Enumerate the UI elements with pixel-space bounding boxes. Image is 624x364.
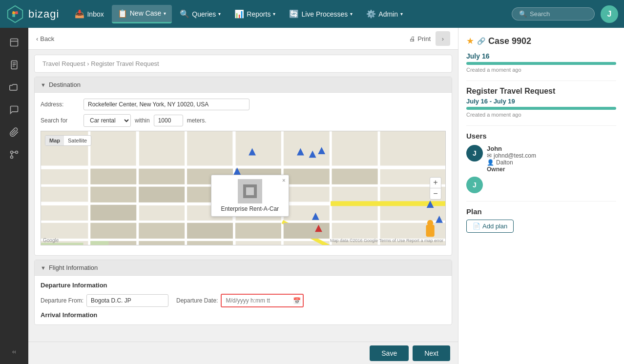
svg-rect-51 bbox=[41, 243, 83, 245]
svg-marker-1 bbox=[10, 7, 21, 20]
sidebar-item-folder[interactable] bbox=[4, 78, 24, 97]
nav-live-processes[interactable]: 🔄 Live Processes ▾ bbox=[283, 5, 358, 22]
user-role-row: 👤 Dalton bbox=[487, 159, 616, 166]
search-input[interactable] bbox=[530, 10, 588, 18]
case-date: July 16 bbox=[466, 52, 616, 60]
nav-inbox[interactable]: 📥 Inbox bbox=[69, 5, 109, 22]
admin-caret-icon: ▾ bbox=[400, 11, 403, 17]
sidebar-item-branch[interactable] bbox=[4, 145, 24, 164]
svg-rect-42 bbox=[332, 169, 378, 184]
back-chevron-icon: ‹ bbox=[36, 35, 38, 42]
sidebar-item-docs[interactable] bbox=[4, 55, 24, 75]
case-progress-bar bbox=[466, 62, 616, 65]
sidebar-item-attach[interactable] bbox=[4, 122, 24, 142]
address-label: Address: bbox=[41, 101, 80, 108]
link-icon[interactable]: 🔗 bbox=[477, 37, 485, 45]
svg-rect-3 bbox=[15, 11, 19, 14]
svg-rect-34 bbox=[90, 205, 136, 221]
user-avatar-john: J bbox=[466, 145, 483, 162]
flight-section-header: ▼ Flight Information bbox=[35, 260, 452, 276]
user-email: johnd@test.com bbox=[494, 152, 536, 159]
reports-nav-icon: 📊 bbox=[234, 9, 244, 19]
user-avatar[interactable]: J bbox=[601, 5, 618, 23]
print-button[interactable]: 🖨 Print bbox=[409, 35, 431, 42]
user-email-row: ✉ johnd@test.com bbox=[487, 152, 616, 159]
nav-admin[interactable]: ⚙️ Admin ▾ bbox=[360, 5, 409, 22]
case-timeline-section: July 16 Created a moment ago bbox=[466, 52, 616, 73]
nav-queries[interactable]: 🔍 Queries ▾ bbox=[174, 5, 227, 22]
nav-new-case[interactable]: 📋 New Case ▾ bbox=[112, 5, 172, 23]
email-icon: ✉ bbox=[487, 152, 492, 159]
departure-from-label: Departure From: bbox=[41, 297, 83, 304]
svg-point-67 bbox=[427, 220, 433, 226]
plan-section: Plan 📄 Add plan bbox=[466, 207, 616, 233]
svg-rect-36 bbox=[139, 187, 185, 202]
case-header: ★ 🔗 Case 9902 bbox=[466, 36, 616, 46]
star-icon[interactable]: ★ bbox=[466, 36, 474, 46]
left-sidebar: ‹‹ bbox=[0, 28, 28, 364]
svg-point-13 bbox=[11, 151, 13, 154]
sidebar-item-chat[interactable] bbox=[4, 100, 24, 120]
search-bar[interactable]: 🔍 bbox=[512, 7, 595, 20]
search-for-select[interactable]: Car rental Hotel Restaurant bbox=[83, 114, 131, 127]
task-dates: July 16 - July 19 bbox=[466, 98, 616, 105]
add-plan-button[interactable]: 📄 Add plan bbox=[466, 220, 514, 233]
logo[interactable]: bizagi bbox=[6, 5, 59, 23]
task-progress-bar bbox=[466, 107, 616, 110]
map-tab-map[interactable]: Map bbox=[45, 136, 64, 145]
task-created-label: Created a moment ago bbox=[466, 112, 616, 118]
save-button[interactable]: Save bbox=[370, 345, 409, 361]
svg-rect-47 bbox=[284, 223, 330, 239]
users-title: Users bbox=[466, 132, 616, 140]
map-popup-icon bbox=[238, 179, 262, 203]
queries-caret-icon: ▾ bbox=[218, 11, 221, 17]
svg-rect-66 bbox=[426, 225, 434, 237]
right-sidebar: ★ 🔗 Case 9902 July 16 Created a moment a… bbox=[458, 28, 624, 364]
calendar-icon: 📅 bbox=[293, 297, 301, 304]
search-for-label: Search for bbox=[41, 117, 80, 124]
destination-section-header: ▼ Destination bbox=[35, 77, 452, 93]
departure-from-input[interactable] bbox=[86, 294, 168, 307]
nav-reports[interactable]: 📊 Reports ▾ bbox=[229, 5, 281, 22]
svg-rect-35 bbox=[139, 169, 185, 184]
svg-rect-33 bbox=[90, 187, 136, 202]
user-item-john: J John ✉ johnd@test.com 👤 Dalton Owner bbox=[466, 145, 616, 173]
back-button[interactable]: ‹ Back bbox=[36, 35, 54, 42]
user-item-secondary: J bbox=[466, 177, 616, 193]
address-row: Address: bbox=[41, 99, 446, 110]
map-zoom-in-button[interactable]: + bbox=[430, 178, 441, 188]
users-section: Users J John ✉ johnd@test.com 👤 Dalton O… bbox=[466, 132, 616, 193]
new-case-caret-icon: ▾ bbox=[164, 11, 166, 16]
divider-1 bbox=[466, 81, 616, 81]
destination-toggle-icon[interactable]: ▼ bbox=[41, 82, 46, 88]
reports-caret-icon: ▾ bbox=[273, 11, 275, 17]
departure-date-label: Departure Date: bbox=[176, 297, 218, 304]
chevron-right-icon: › bbox=[442, 35, 444, 42]
svg-rect-46 bbox=[235, 223, 281, 239]
case-created-label: Created a moment ago bbox=[466, 67, 616, 73]
breadcrumb: Travel Request › Register Travel Request bbox=[34, 55, 452, 73]
sidebar-expand-icon[interactable]: ‹‹ bbox=[4, 344, 24, 359]
next-button[interactable]: Next bbox=[413, 345, 450, 361]
divider-2 bbox=[466, 125, 616, 126]
svg-rect-4 bbox=[12, 14, 15, 17]
svg-rect-32 bbox=[90, 169, 136, 184]
map-zoom-out-button[interactable]: − bbox=[430, 188, 441, 199]
map-tab-satellite[interactable]: Satellite bbox=[64, 136, 91, 145]
svg-rect-45 bbox=[187, 223, 233, 239]
case-title: Case 9902 bbox=[488, 36, 531, 46]
svg-rect-44 bbox=[139, 223, 185, 239]
panel-toggle-button[interactable]: › bbox=[436, 31, 450, 46]
svg-rect-50 bbox=[187, 241, 233, 245]
user-role-label: Owner bbox=[487, 166, 616, 173]
within-input[interactable] bbox=[154, 115, 183, 126]
arrival-info-header: Arrival Information bbox=[41, 311, 446, 319]
map-popup-close-button[interactable]: × bbox=[282, 177, 286, 184]
flight-toggle-icon[interactable]: ▼ bbox=[41, 265, 46, 271]
departure-date-input[interactable] bbox=[221, 294, 304, 307]
address-input[interactable] bbox=[83, 99, 250, 110]
sidebar-item-inbox[interactable] bbox=[4, 33, 24, 52]
map-container[interactable]: Map Satellite × Enterprise Rent-A-Car bbox=[41, 131, 446, 245]
map-view-toggle: Map Satellite bbox=[45, 135, 91, 146]
add-plan-icon: 📄 bbox=[473, 222, 480, 230]
